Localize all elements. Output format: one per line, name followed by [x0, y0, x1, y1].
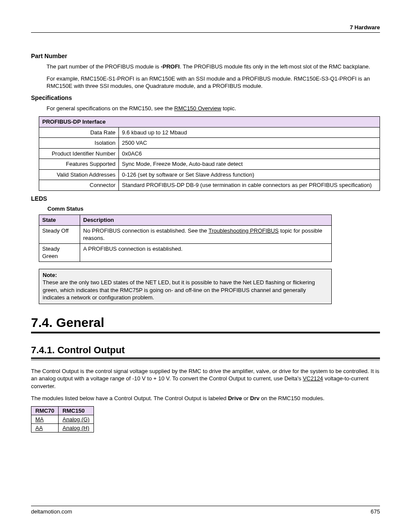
text-fragment: or	[242, 395, 250, 401]
profi-suffix: -PROFI	[161, 63, 180, 70]
spec-value: 2500 VAC	[119, 138, 380, 149]
part-number-p2: For example, RMC150E-S1-PROFI is an RMC1…	[47, 75, 380, 90]
modules-table: RMC70 RMC150 MA Analog (G) AA Analog (H)	[31, 406, 94, 432]
specifications-intro: For general specifications on the RMC150…	[47, 105, 380, 112]
spec-value: 0-126 (set by software or Set Slave Addr…	[119, 169, 380, 180]
header-chapter: 7 Hardware	[31, 24, 380, 33]
comm-desc: A PROFIBUS connection is established.	[80, 243, 332, 261]
drv-label: Drv	[250, 395, 260, 401]
text-fragment: No PROFIBUS connection is established. S…	[83, 227, 209, 234]
analog-g-link[interactable]: Analog (G)	[62, 416, 90, 423]
drive-label: Drive	[228, 395, 242, 401]
comm-status-table: State Description Steady Off No PROFIBUS…	[39, 215, 332, 262]
rmc150-header: RMC150	[59, 407, 94, 415]
comm-desc: No PROFIBUS connection is established. S…	[80, 225, 332, 243]
aa-link[interactable]: AA	[35, 425, 43, 431]
rmc70-header: RMC70	[31, 407, 59, 415]
comm-state: Steady Off	[39, 225, 80, 243]
part-number-p1: The part number of the PROFIBUS module i…	[47, 63, 380, 71]
leds-heading: LEDS	[31, 195, 380, 202]
text-fragment: topic.	[221, 105, 236, 112]
spec-value: 9.6 kbaud up to 12 Mbaud	[119, 127, 380, 138]
text-fragment: on the RMC150 modules.	[259, 395, 324, 401]
text-fragment: The part number of the PROFIBUS module i…	[47, 63, 161, 70]
control-output-p2: The modules listed below have a Control …	[31, 395, 380, 402]
page-footer: deltamotion.com 675	[31, 506, 380, 515]
footer-site: deltamotion.com	[31, 508, 72, 515]
spec-label: Product Identifier Number	[39, 148, 119, 159]
specifications-heading: Specifications	[31, 94, 380, 101]
spec-value: 0x0AC6	[119, 148, 380, 159]
profibus-table-title: PROFIBUS-DP Interface	[39, 117, 380, 128]
comm-state: Steady Green	[39, 243, 80, 261]
text-fragment: For general specifications on the RMC150…	[47, 105, 174, 112]
analog-h-link[interactable]: Analog (H)	[62, 425, 89, 431]
section-7-4-1-heading: 7.4.1. Control Output	[31, 345, 380, 359]
spec-label: Valid Station Addresses	[39, 169, 119, 180]
spec-value: Standard PROFIBUS-DP DB-9 (use terminati…	[119, 180, 380, 191]
note-box: Note: These are the only two LED states …	[39, 269, 332, 304]
text-fragment: . The PROFIBUS module fits only in the l…	[180, 63, 370, 70]
comm-status-title: Comm Status	[47, 205, 380, 212]
ma-link[interactable]: MA	[35, 416, 44, 423]
profibus-interface-table: PROFIBUS-DP Interface Data Rate 9.6 kbau…	[39, 116, 380, 191]
control-output-p1: The Control Output is the control signal…	[31, 367, 380, 390]
footer-page: 675	[371, 508, 380, 515]
section-7-4-heading: 7.4. General	[31, 315, 380, 333]
spec-value: Sync Mode, Freeze Mode, Auto-baud rate d…	[119, 159, 380, 170]
rmc150-overview-link[interactable]: RMC150 Overview	[174, 105, 221, 112]
spec-label: Data Rate	[39, 127, 119, 138]
note-label: Note:	[43, 272, 57, 278]
spec-label: Isolation	[39, 138, 119, 149]
description-header: Description	[80, 215, 332, 226]
vc2124-link[interactable]: VC2124	[303, 375, 323, 382]
spec-label: Connector	[39, 180, 119, 191]
text-fragment: The modules listed below have a Control …	[31, 395, 228, 401]
spec-label: Features Supported	[39, 159, 119, 170]
part-number-heading: Part Number	[31, 53, 380, 59]
note-body: These are the only two LED states of the…	[43, 279, 315, 301]
state-header: State	[39, 215, 80, 226]
troubleshooting-profibus-link[interactable]: Troubleshooting PROFIBUS	[209, 227, 279, 234]
